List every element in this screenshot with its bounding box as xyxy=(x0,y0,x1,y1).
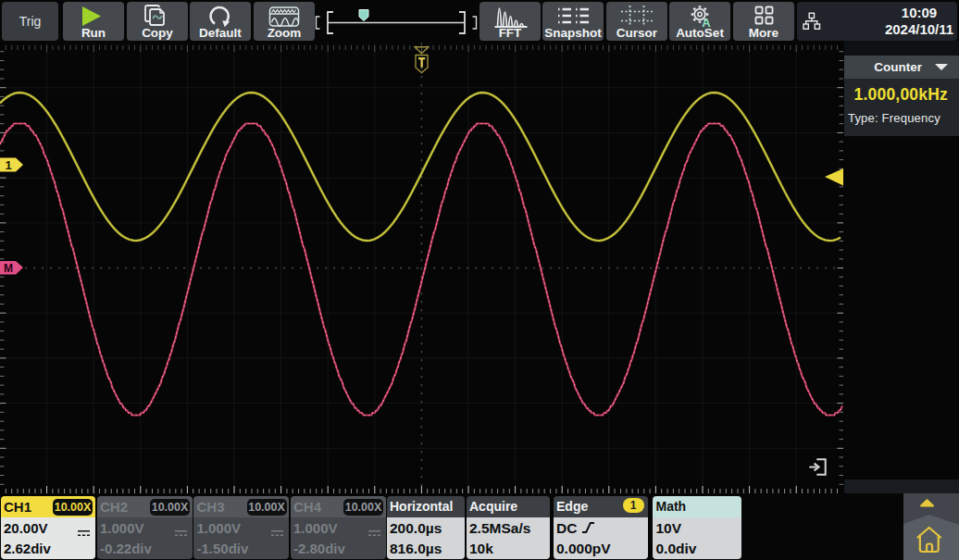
svg-text:1: 1 xyxy=(5,158,11,172)
svg-text:M: M xyxy=(4,262,13,275)
